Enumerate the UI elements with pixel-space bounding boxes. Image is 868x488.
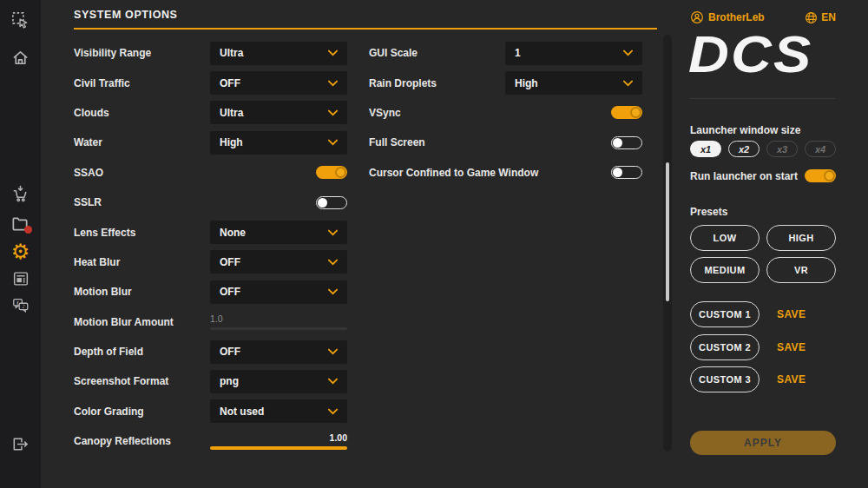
logo-divider (690, 98, 836, 99)
presets-label: Presets (690, 206, 727, 218)
custom-1-save-link[interactable]: SAVE (777, 308, 806, 320)
vsync-toggle[interactable] (611, 106, 642, 119)
dropdown-value: OFF (220, 77, 240, 89)
lens-effects-dropdown[interactable]: None (210, 221, 347, 244)
motion-blur-dropdown[interactable]: OFF (210, 280, 347, 304)
setting-row-lens-effects: Lens EffectsNone (74, 217, 347, 247)
run-on-start-toggle[interactable] (805, 169, 836, 182)
setting-row-gui-scale: GUI Scale1 (369, 38, 642, 68)
window-size-x3[interactable]: x3 (766, 141, 798, 157)
setting-label: Water (74, 136, 210, 148)
chevron-down-icon (328, 408, 338, 415)
color-grading-dropdown[interactable]: Not used (210, 399, 347, 423)
dcs-logo: DCS (688, 24, 812, 84)
setting-label: Motion Blur (74, 286, 210, 298)
chevron-down-icon (328, 49, 338, 56)
dropdown-value: OFF (220, 256, 240, 268)
page-title: SYSTEM OPTIONS (74, 9, 178, 21)
scrollbar-track[interactable] (663, 35, 672, 452)
custom-2-button[interactable]: CUSTOM 2 (690, 334, 760, 360)
dropdown-value: 1 (515, 47, 521, 59)
settings-column-left: Visibility RangeUltraCivil TrafficOFFClo… (74, 38, 347, 456)
sidebar: ⚙ f ♪ (0, 0, 41, 488)
heat-blur-dropdown[interactable]: OFF (210, 250, 347, 274)
setting-row-vsync: VSync (369, 98, 642, 128)
custom-3-button[interactable]: CUSTOM 3 (690, 366, 760, 392)
svg-text:♪: ♪ (22, 303, 25, 309)
chevron-down-icon (328, 378, 338, 385)
run-on-start-row: Run launcher on start (690, 169, 836, 182)
preset-low-button[interactable]: LOW (690, 225, 760, 251)
motion-blur-amount-slider[interactable]: 1.0 (210, 313, 347, 330)
home-icon[interactable] (0, 46, 41, 69)
globe-language-icon (805, 11, 818, 24)
news-icon[interactable] (0, 267, 41, 290)
setting-label: Heat Blur (74, 256, 210, 268)
setting-row-motion-blur-amount: Motion Blur Amount1.0 (74, 307, 347, 337)
setting-label: Lens Effects (74, 227, 210, 239)
custom-3-save-link[interactable]: SAVE (777, 373, 806, 386)
setting-label: Motion Blur Amount (74, 316, 210, 328)
setting-row-civil-traffic: Civil TrafficOFF (74, 68, 347, 97)
setting-label: VSync (369, 107, 611, 119)
apply-button[interactable]: APPLY (690, 431, 836, 455)
gui-scale-dropdown[interactable]: 1 (505, 42, 642, 65)
chevron-down-icon (623, 49, 633, 56)
language-code: EN (821, 11, 836, 23)
setting-row-clouds: CloudsUltra (74, 98, 347, 128)
settings-gear-icon[interactable]: ⚙ (0, 241, 41, 263)
setting-label: Color Grading (74, 406, 210, 418)
cart-download-icon[interactable] (0, 182, 41, 205)
visibility-range-dropdown[interactable]: Ultra (210, 42, 347, 65)
clouds-dropdown[interactable]: Ultra (210, 101, 347, 124)
logout-icon[interactable] (0, 432, 41, 455)
window-size-x4[interactable]: x4 (805, 141, 836, 157)
chevron-down-icon (328, 259, 338, 266)
civil-traffic-dropdown[interactable]: OFF (210, 71, 347, 95)
slider-value: 1.0 (210, 313, 347, 324)
custom-preset-row: CUSTOM 1SAVE (690, 301, 836, 327)
select-tool-icon[interactable] (0, 9, 41, 31)
cursor-confined-to-game-window-toggle[interactable] (611, 166, 642, 179)
setting-row-heat-blur: Heat BlurOFF (74, 247, 347, 277)
depth-of-field-dropdown[interactable]: OFF (210, 340, 347, 364)
setting-label: GUI Scale (369, 47, 505, 59)
dropdown-value: None (220, 227, 246, 239)
chevron-down-icon (623, 80, 633, 87)
custom-1-button[interactable]: CUSTOM 1 (690, 301, 760, 327)
user-name[interactable]: BrotherLeb (708, 11, 765, 23)
water-dropdown[interactable]: High (210, 131, 347, 155)
community-chat-icon[interactable]: f ♪ (0, 294, 41, 317)
user-avatar-icon (690, 10, 704, 24)
screenshot-format-dropdown[interactable]: png (210, 370, 347, 393)
preset-medium-button[interactable]: MEDIUM (690, 257, 760, 283)
chevron-down-icon (328, 109, 338, 116)
window-size-x2[interactable]: x2 (728, 141, 760, 157)
setting-label: Canopy Reflections (74, 435, 210, 447)
ssao-toggle[interactable] (316, 166, 347, 179)
preset-vr-button[interactable]: VR (766, 257, 836, 283)
dropdown-value: High (515, 77, 538, 89)
chevron-down-icon (328, 288, 338, 295)
rain-droplets-dropdown[interactable]: High (505, 71, 642, 95)
setting-row-depth-of-field: Depth of FieldOFF (74, 337, 347, 366)
custom-preset-row: CUSTOM 2SAVE (690, 334, 836, 360)
language-selector[interactable]: EN (805, 11, 836, 24)
setting-label: SSAO (74, 167, 316, 179)
chevron-down-icon (328, 139, 338, 146)
setting-row-full-screen: Full Screen (369, 128, 642, 157)
canopy-reflections-slider[interactable]: 1.00 (210, 432, 347, 450)
custom-2-save-link[interactable]: SAVE (777, 341, 806, 353)
preset-high-button[interactable]: HIGH (766, 225, 836, 251)
dropdown-value: png (220, 375, 239, 387)
sslr-toggle[interactable] (316, 196, 347, 209)
window-size-x1[interactable]: x1 (690, 141, 721, 157)
dropdown-value: High (220, 136, 243, 148)
setting-label: Clouds (74, 107, 210, 119)
mods-folder-icon[interactable] (0, 212, 41, 234)
scrollbar-thumb[interactable] (666, 162, 669, 301)
setting-row-screenshot-format: Screenshot Formatpng (74, 366, 347, 396)
dropdown-value: OFF (220, 286, 240, 298)
full-screen-toggle[interactable] (611, 136, 642, 149)
dropdown-value: Not used (220, 406, 264, 418)
